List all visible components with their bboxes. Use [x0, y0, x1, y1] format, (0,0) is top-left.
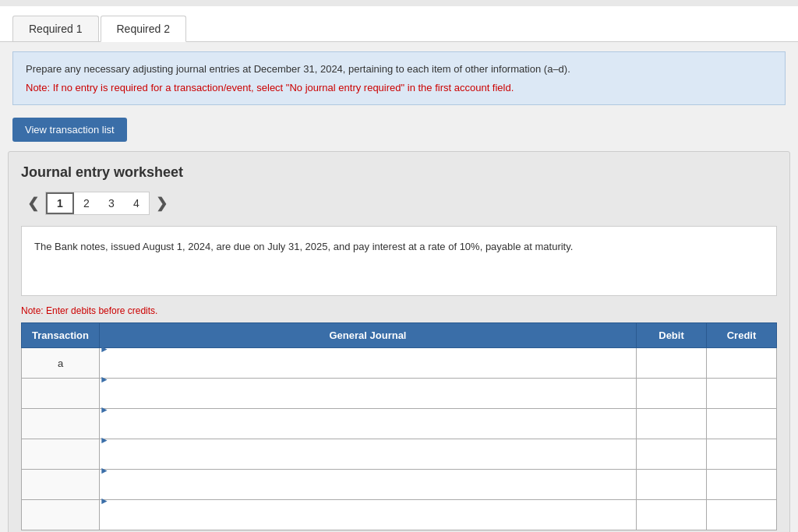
journal-input-4[interactable] — [100, 446, 636, 475]
journal-input-5[interactable] — [100, 476, 636, 506]
debit-input-6[interactable] — [637, 500, 706, 530]
transaction-cell-1: a — [22, 348, 100, 379]
debit-cell-3[interactable] — [637, 409, 707, 439]
journal-input-1[interactable] — [100, 354, 636, 384]
col-header-transaction: Transaction — [22, 323, 100, 348]
debit-cell-2[interactable] — [637, 379, 707, 409]
debit-input-3[interactable] — [637, 409, 706, 439]
credit-cell-5[interactable] — [707, 470, 777, 500]
credit-input-6[interactable] — [707, 500, 776, 530]
info-main-text: Prepare any necessary adjusting journal … — [26, 62, 772, 77]
debit-input-4[interactable] — [637, 439, 706, 469]
transaction-cell-6 — [22, 500, 100, 530]
arrow-indicator-3: ► — [100, 404, 112, 415]
col-header-debit: Debit — [637, 323, 707, 348]
journal-input-3[interactable] — [100, 415, 636, 445]
description-text: The Bank notes, issued August 1, 2024, a… — [34, 241, 573, 252]
worksheet-title: Journal entry worksheet — [21, 164, 777, 181]
credit-input-1[interactable] — [707, 348, 776, 378]
info-box: Prepare any necessary adjusting journal … — [12, 51, 786, 105]
debit-input-1[interactable] — [637, 348, 706, 378]
pagination: ❮ 1 2 3 4 ❯ — [21, 192, 777, 215]
tabs-container: Required 1 Required 2 — [0, 6, 798, 42]
col-header-general-journal: General Journal — [100, 323, 637, 348]
arrow-indicator-1: ► — [100, 344, 112, 354]
credit-cell-1[interactable] — [707, 348, 777, 379]
journal-cell-1[interactable]: ► — [100, 348, 637, 379]
arrow-indicator-2: ► — [100, 374, 112, 385]
credit-input-2[interactable] — [707, 379, 776, 408]
arrow-indicator-5: ► — [100, 465, 112, 476]
transaction-cell-2 — [22, 379, 100, 409]
credit-cell-4[interactable] — [707, 439, 777, 470]
tab-required-1[interactable]: Required 1 — [12, 16, 99, 41]
page-4[interactable]: 4 — [124, 194, 149, 213]
note-debit: Note: Enter debits before credits. — [21, 305, 777, 316]
debit-cell-1[interactable] — [637, 348, 707, 379]
page-3[interactable]: 3 — [99, 194, 124, 213]
pagination-next-arrow[interactable]: ❯ — [150, 192, 174, 215]
view-transaction-button[interactable]: View transaction list — [12, 118, 127, 142]
arrow-indicator-4: ► — [100, 435, 112, 446]
debit-cell-5[interactable] — [637, 470, 707, 500]
debit-input-5[interactable] — [637, 470, 706, 499]
pagination-wrapper: 1 2 3 4 — [45, 192, 150, 215]
credit-input-4[interactable] — [707, 439, 776, 469]
credit-input-3[interactable] — [707, 409, 776, 439]
credit-cell-2[interactable] — [707, 379, 777, 409]
arrow-indicator-6: ► — [100, 495, 112, 506]
top-bar — [0, 0, 798, 6]
info-note-text: Note: If no entry is required for a tran… — [26, 80, 772, 96]
transaction-cell-5 — [22, 470, 100, 500]
page-2[interactable]: 2 — [74, 194, 99, 213]
credit-cell-6[interactable] — [707, 500, 777, 530]
debit-cell-6[interactable] — [637, 500, 707, 530]
debit-input-2[interactable] — [637, 379, 706, 408]
description-box: The Bank notes, issued August 1, 2024, a… — [21, 226, 777, 296]
table-row: a ► — [22, 348, 777, 379]
journal-input-6[interactable] — [100, 506, 636, 533]
page-1[interactable]: 1 — [46, 192, 74, 214]
col-header-credit: Credit — [707, 323, 777, 348]
credit-cell-3[interactable] — [707, 409, 777, 439]
journal-input-2[interactable] — [100, 385, 636, 414]
credit-input-5[interactable] — [707, 470, 776, 499]
debit-cell-4[interactable] — [637, 439, 707, 470]
journal-table: Transaction General Journal Debit Credit… — [21, 322, 777, 530]
pagination-prev-arrow[interactable]: ❮ — [21, 192, 45, 215]
transaction-cell-4 — [22, 439, 100, 470]
worksheet-container: Journal entry worksheet ❮ 1 2 3 4 ❯ The … — [8, 151, 790, 532]
transaction-cell-3 — [22, 409, 100, 439]
tab-required-2[interactable]: Required 2 — [101, 16, 187, 42]
